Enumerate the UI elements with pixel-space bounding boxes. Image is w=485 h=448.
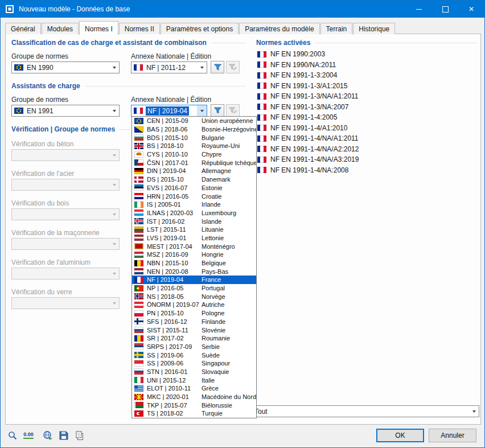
annexe-option-stn-2016-01[interactable]: STN | 2016-01Slovaquie [132, 368, 256, 376]
annexe-option-bds-2015-10[interactable]: BDS | 2015-10Bulgarie [132, 133, 256, 142]
tab-normes-i[interactable]: Normes I [79, 21, 118, 35]
annexe-option-code: SR | 2017-02 [147, 335, 202, 342]
annexe-option-srps-2017-09[interactable]: SRPS | 2017-09Serbie [132, 343, 256, 351]
annexe-option-din-2019-04[interactable]: DIN | 2019-04Allemagne [132, 167, 256, 175]
tab-normes-ii[interactable]: Normes II [119, 23, 160, 34]
annexe-option-csn-2017-01[interactable]: ČSN | 2017-01République tchèque [132, 158, 256, 167]
annexe-option-bs-2018-10[interactable]: BS | 2018-10Royaume-Uni [132, 142, 256, 150]
annexe-option-mest-2017-04[interactable]: MEST | 2017-04Monténégro [132, 242, 256, 250]
tab-general[interactable]: Général [5, 23, 41, 34]
mk-flag-icon [134, 394, 143, 400]
annexe-option-country: Serbie [202, 343, 220, 350]
it-flag-icon [134, 377, 143, 383]
normes-filter-combobox[interactable]: Tout [252, 405, 479, 417]
fr-flag-icon [134, 108, 143, 114]
annexe-option-nbn-2015-10[interactable]: NBN | 2015-10Belgique [132, 259, 256, 268]
annexe-option-code: SS | 2019-06 [147, 352, 202, 359]
annexe-option-sfs-2016-12[interactable]: SFS | 2016-12Finlande [132, 318, 256, 326]
gb-flag-icon [134, 143, 143, 149]
tab-historique[interactable]: Historique [353, 23, 395, 34]
annexe-option-sist-2015-11[interactable]: SIST | 2015-11Slovénie [132, 326, 256, 334]
annexe-option-is-2005-01[interactable]: IS | 2005-01Irlande [132, 200, 256, 209]
annexe-option-np-2016-05[interactable]: NP | 2016-05Portugal [132, 284, 256, 293]
annexe-option-ss-2019-06[interactable]: SS | 2019-06Suède [132, 351, 256, 359]
annexe-option-country: Suède [202, 352, 220, 359]
ba-flag-icon [134, 126, 143, 133]
annexe-option-nf-2019-04[interactable]: NF | 2019-04France [132, 276, 256, 284]
annexe-option-pn-2015-10[interactable]: PN | 2015-10Pologne [132, 309, 256, 318]
groupe-normes-1-combobox[interactable]: EN 1990 [11, 61, 120, 73]
app-icon [5, 5, 14, 14]
groupe-normes-2-combobox[interactable]: EN 1991 [11, 105, 120, 117]
minimize-button[interactable] [406, 1, 432, 18]
chevron-down-icon [469, 406, 479, 417]
annexe-option-country: Slovaquie [202, 368, 229, 375]
annexe-option-sr-2017-02[interactable]: SR | 2017-02Roumanie [132, 334, 256, 343]
verification-label-verification-de-l-acier: Vérification de l'acier [11, 170, 74, 178]
annexe-option-bas-2018-06[interactable]: BAS | 2018-06Bosnie-Herzégovine [132, 125, 256, 134]
annexe-option-hrn-2016-05[interactable]: HRN | 2016-05Croatie [132, 192, 256, 200]
annexe-option-code: ELOT | 2010-11 [147, 385, 202, 392]
title-bar[interactable]: Nouveau modèle - Données de base ✕ [1, 1, 484, 18]
annexe-option-country: Chypre [202, 151, 221, 158]
annexe-option-lst-2015-11[interactable]: LST | 2015-11Lituanie [132, 225, 256, 234]
annexe-option-ilnas-2020-03[interactable]: ILNAS | 2020-03Luxembourg [132, 209, 256, 217]
annexe-option-ds-2015-10[interactable]: DS | 2015-10Danemark [132, 175, 256, 184]
ro-flag-icon [134, 335, 143, 342]
units-button[interactable]: 0.00 [21, 428, 36, 442]
at-flag-icon [134, 302, 143, 308]
eu-flag-icon [134, 118, 143, 124]
annexe-option-ts-2018-02[interactable]: TS | 2018-02Turquie [132, 409, 256, 418]
annexe-option-elot-2010-11[interactable]: ELOT | 2010-11Grèce [132, 384, 256, 393]
chevron-down-icon [197, 105, 207, 116]
annexe-2-filter-button[interactable] [211, 104, 224, 117]
verification-label-verification-du-bois: Vérification du bois [11, 199, 69, 207]
save-button[interactable] [56, 428, 71, 442]
tab-modules[interactable]: Modules [42, 23, 79, 34]
tab-parametres-du-modele[interactable]: Paramètres du modèle [239, 23, 319, 34]
fr-flag-icon [134, 277, 143, 283]
cancel-button[interactable]: Annuler [429, 429, 476, 442]
globe-button[interactable] [40, 428, 55, 442]
annexe-option-code: IS | 2005-01 [147, 201, 202, 208]
chevron-down-icon [109, 150, 119, 161]
annexe-option-country: Macédoine du Nord [202, 393, 256, 400]
annexe-option-nen-2020-08[interactable]: NEN | 2020-08Pays-Bas [132, 267, 256, 276]
annexe-2-combobox[interactable]: NF | 2019-04 [131, 105, 207, 117]
annexe-option-uni-2015-12[interactable]: UNI | 2015-12Italie [132, 376, 256, 384]
annexe-1-combobox[interactable]: NF | 2011-12 [131, 61, 207, 73]
annexe-option-onorm-2019-07[interactable]: ÖNORM | 2019-07Autriche [132, 301, 256, 309]
minimize-icon [416, 9, 422, 10]
annexe-option-cen-2015-09[interactable]: CEN | 2015-09Union européenne [132, 117, 256, 125]
ok-button[interactable]: OK [376, 429, 424, 442]
fr-flag-icon [257, 157, 266, 163]
annexe-option-code: BAS | 2018-06 [147, 126, 202, 133]
annexe-option-ns-2018-05[interactable]: NS | 2018-05Norvège [132, 292, 256, 301]
fr-flag-icon [257, 167, 266, 173]
annexe-option-mkc-2020-01[interactable]: MKC | 2020-01Macédoine du Nord [132, 393, 256, 401]
tab-parametres-et-options[interactable]: Paramètres et options [161, 23, 239, 34]
funnel-edit-icon [229, 107, 237, 114]
annexe-option-evs-2016-07[interactable]: EVS | 2016-07Estonie [132, 184, 256, 192]
combobox-value: EN 1990 [27, 64, 54, 72]
maximize-button[interactable] [432, 1, 458, 18]
annexe-option-ss-2009-06[interactable]: SS | 2009-06Singapour [132, 359, 256, 368]
annexe-option-ist-2016-02[interactable]: ÍST | 2016-02Islande [132, 217, 256, 225]
annexe-option-country: Portugal [202, 285, 225, 291]
annexe-option-country: Danemark [202, 176, 231, 183]
close-button[interactable]: ✕ [458, 1, 484, 18]
annexe-option-cys-2010-10[interactable]: CYS | 2010-10Chypre [132, 150, 256, 159]
magnifier-button[interactable] [5, 428, 20, 442]
annexe-option-lvs-2019-01[interactable]: LVS | 2019-01Lettonie [132, 234, 256, 243]
annexe-option-country: Hongrie [202, 251, 224, 258]
annexe-1-filter-button[interactable] [211, 61, 224, 73]
be-flag-icon [134, 260, 143, 266]
copy-button[interactable] [72, 428, 87, 442]
de-flag-icon [134, 168, 143, 174]
classification-heading: Classification de cas de charge et assis… [11, 39, 246, 47]
maximize-icon [442, 6, 449, 13]
annexe-option-msz-2016-09[interactable]: MSZ | 2016-09Hongrie [132, 250, 256, 259]
norme-label: NF EN 1991-1-4/NA/A2:2012 [270, 145, 359, 153]
annexe-option-tkp-2015-07[interactable]: TKP | 2015-07Biélorussie [132, 401, 256, 409]
tab-terrain[interactable]: Terrain [320, 23, 353, 34]
